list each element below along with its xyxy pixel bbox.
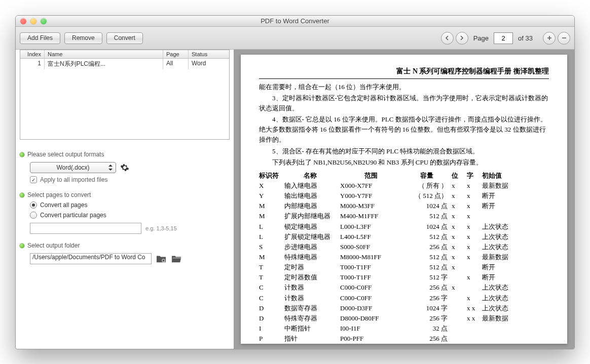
output-heading: Select output folder (27, 242, 80, 249)
output-path-field[interactable]: /Users/apple/Documents/PDF to Word Co (30, 253, 152, 264)
app-window: PDF to Word Converter Add Files Remove C… (15, 15, 575, 349)
table-row: D数据寄存器D000-D3FF1024 字x x上次状态 (259, 303, 549, 313)
doc-header: 富士 N 系列可编程序控制器编程手册 衡泽凯整理 (259, 66, 549, 79)
table-row: Y输出继电器Y000-Y7FF（ 512 点）xx断开 (259, 191, 549, 201)
next-page-button[interactable] (456, 32, 468, 45)
left-panel: Index Name Page Status 1 富士N系列PLC编程... A… (16, 50, 234, 349)
convert-all-radio[interactable] (30, 201, 37, 209)
folder-search-icon (156, 254, 167, 263)
preview-pane: 富士 N 系列可编程序控制器编程手册 衡泽凯整理 能在需要时，组合在一起（16 … (234, 50, 574, 349)
table-row: L扩展锁定继电器L400-L5FF512 点xx上次状态 (259, 232, 549, 242)
zoom-in-button[interactable] (543, 32, 556, 45)
minimize-icon[interactable] (30, 18, 36, 24)
page-total-label: of 33 (518, 34, 533, 42)
remove-button[interactable]: Remove (64, 32, 102, 44)
convert-particular-radio[interactable] (30, 212, 37, 219)
table-row: T定时器数值T000-T1FF512 字x断开 (259, 272, 549, 282)
table-row: D特殊寄存器D8000-D80FF256 字x x最新数据 (259, 313, 549, 323)
col-name-header[interactable]: Name (45, 50, 163, 58)
pages-heading: Select pages to convert (27, 191, 91, 198)
settings-button[interactable] (120, 163, 129, 172)
table-row: I中断指针I00-I1F32 点 (259, 323, 549, 334)
table-row: X输入继电器X000-X7FF（ 所有 ）xx最新数据 (259, 181, 549, 191)
pdf-page: 富士 N 系列可编程序控制器编程手册 衡泽凯整理 能在需要时，组合在一起（16 … (241, 55, 567, 344)
browse-folder-button[interactable] (156, 254, 167, 263)
table-row: C计数器C000-C0FF256 字x上次状态 (259, 293, 549, 303)
prev-page-button[interactable] (441, 32, 454, 45)
format-select[interactable]: Word(.docx) (30, 162, 116, 173)
apply-all-checkbox[interactable]: ✓ (30, 176, 37, 183)
col-status-header[interactable]: Status (189, 50, 229, 58)
page-number-input[interactable] (494, 32, 513, 44)
titlebar: PDF to Word Converter (16, 16, 574, 27)
convert-all-label: Convert all pages (40, 201, 87, 209)
table-row: C计数器C000-C0FF256 点x上次状态 (259, 282, 549, 293)
bullet-icon (20, 193, 24, 197)
col-page-header[interactable]: Page (163, 50, 189, 58)
table-row[interactable]: 1 富士N系列PLC编程... All Word (20, 59, 229, 69)
formats-heading: Please select output formats (27, 151, 104, 158)
table-row: T定时器T000-T1FF512 点x断开 (259, 262, 549, 272)
add-files-button[interactable]: Add Files (20, 32, 60, 44)
page-range-input[interactable] (30, 223, 141, 234)
file-list[interactable]: Index Name Page Status 1 富士N系列PLC编程... A… (20, 50, 230, 140)
table-row: P指针P00-PFF256 点 (259, 334, 549, 344)
convert-button[interactable]: Convert (106, 32, 143, 44)
page-range-hint: e.g. 1,3-5,15 (145, 225, 177, 231)
apply-all-label: Apply to all imported files (40, 176, 107, 183)
toolbar: Add Files Remove Convert Page of 33 (16, 27, 574, 50)
table-row: S步进继电器S000-S0FF256 点xx上次状态 (259, 242, 549, 252)
page-label: Page (473, 34, 489, 42)
gear-icon (120, 163, 129, 172)
zoom-icon[interactable] (41, 18, 47, 24)
open-folder-button[interactable] (171, 254, 182, 263)
table-row: L锁定继电器L000-L3FF1024 点xx上次状态 (259, 222, 549, 232)
data-table: 标识符 名称 范围 容量 位 字 初始值 X输入继电器X000-X7FF（ 所有… (259, 171, 549, 344)
convert-particular-label: Convert particular pages (40, 212, 106, 219)
table-row: M特殊继电器M8000-M81FF512 点xx最新数据 (259, 252, 549, 262)
zoom-out-button[interactable] (558, 32, 570, 45)
col-index-header[interactable]: Index (20, 50, 45, 58)
bullet-icon (20, 244, 24, 248)
table-row: M内部继电器M000-M3FF1024 点xx断开 (259, 201, 549, 211)
bullet-icon (20, 152, 24, 157)
window-title: PDF to Word Converter (16, 17, 574, 25)
table-row: M扩展内部继电器M400-M1FFF512 点xx (259, 211, 549, 221)
close-icon[interactable] (20, 18, 26, 24)
folder-open-icon (171, 254, 182, 263)
